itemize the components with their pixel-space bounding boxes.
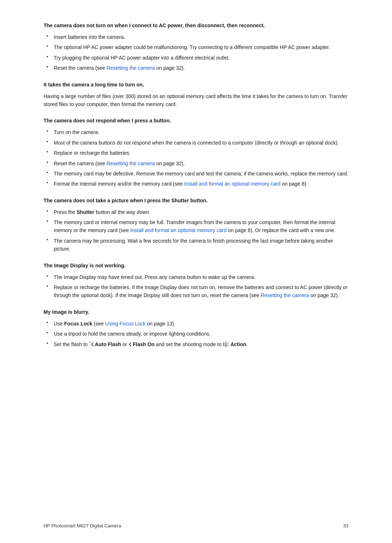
section-blurry: My image is blurry. Use Focus Lock (see … <box>44 308 348 348</box>
bullet-list-no-respond: Turn on the camera. Most of the camera b… <box>44 128 348 188</box>
link-resetting-camera-3[interactable]: Resetting the camera <box>261 292 309 298</box>
link-install-format-1[interactable]: Install and format an optional memory ca… <box>184 181 280 187</box>
bullet-list-blurry: Use Focus Lock (see Using Focus Lock on … <box>44 320 348 348</box>
heading-blurry: My image is blurry. <box>44 308 348 316</box>
bold-auto-flash: ´☇ Auto Flash <box>89 341 121 347</box>
footer-page-number: 33 <box>343 523 348 528</box>
list-item: Replace or recharge the batteries. If th… <box>44 283 348 300</box>
section-no-respond: The camera does not respond when I press… <box>44 117 348 188</box>
footer-product-name: HP Photosmart M627 Digital Camera <box>44 523 121 528</box>
list-item: Replace or recharge the batteries. <box>44 149 348 157</box>
list-item: Use Focus Lock (see Using Focus Lock on … <box>44 320 348 328</box>
bullet-list-ac-power: Insert batteries into the camera. The op… <box>44 33 348 72</box>
body-long-time: Having a large number of files (over 300… <box>44 92 348 109</box>
list-item: Turn on the camera. <box>44 128 348 136</box>
bold-shutter: Shutter <box>77 209 94 215</box>
section-shutter: The camera does not take a picture when … <box>44 197 348 253</box>
page-footer: HP Photosmart M627 Digital Camera 33 <box>0 523 392 528</box>
list-item: Reset the camera (see Resetting the came… <box>44 159 348 167</box>
list-item: The camera may be processing. Wait a few… <box>44 237 348 253</box>
section-image-display: The Image Display is not working. The Im… <box>44 262 348 300</box>
section-ac-power: The camera does not turn on when I conne… <box>44 22 348 72</box>
list-item: The memory card may be defective. Remove… <box>44 170 348 178</box>
list-item: Most of the camera buttons do not respon… <box>44 139 348 147</box>
list-item: Reset the camera (see Resetting the came… <box>44 64 348 72</box>
heading-no-respond: The camera does not respond when I press… <box>44 117 348 125</box>
bullet-list-shutter: Press the Shutter button all the way dow… <box>44 208 348 253</box>
heading-long-time: It takes the camera a long time to turn … <box>44 81 348 89</box>
heading-image-display: The Image Display is not working. <box>44 262 348 270</box>
list-item: Try plugging the optional HP AC power ad… <box>44 54 348 62</box>
list-item: Format the internal memory and/or the me… <box>44 180 348 188</box>
list-item: Press the Shutter button all the way dow… <box>44 208 348 216</box>
bold-flash-on: ☇ Flash On <box>128 341 155 347</box>
list-item: The optional HP AC power adapter could b… <box>44 43 348 51</box>
heading-ac-power: The camera does not turn on when I conne… <box>44 22 348 29</box>
bold-action: Action <box>230 341 246 347</box>
link-using-focus-lock[interactable]: Using Focus Lock <box>105 321 146 327</box>
bullet-list-image-display: The Image Display may have timed out. Pr… <box>44 273 348 300</box>
list-item: The memory card or internal memory may b… <box>44 218 348 235</box>
link-resetting-camera-1[interactable]: Resetting the camera <box>107 65 155 71</box>
list-item: The Image Display may have timed out. Pr… <box>44 273 348 281</box>
heading-shutter: The camera does not take a picture when … <box>44 197 348 204</box>
section-long-time: It takes the camera a long time to turn … <box>44 81 348 109</box>
link-resetting-camera-2[interactable]: Resetting the camera <box>107 161 155 166</box>
list-item: Use a tripod to hold the camera steady, … <box>44 330 348 338</box>
bold-focus-lock: Focus Lock <box>64 321 93 327</box>
page-container: The camera does not turn on when I conne… <box>0 0 392 386</box>
list-item: Insert batteries into the camera. <box>44 33 348 41</box>
list-item: Set the flash to ´☇ Auto Flash or ☇ Flas… <box>44 340 348 348</box>
link-install-format-2[interactable]: Install and format an optional memory ca… <box>130 227 226 233</box>
